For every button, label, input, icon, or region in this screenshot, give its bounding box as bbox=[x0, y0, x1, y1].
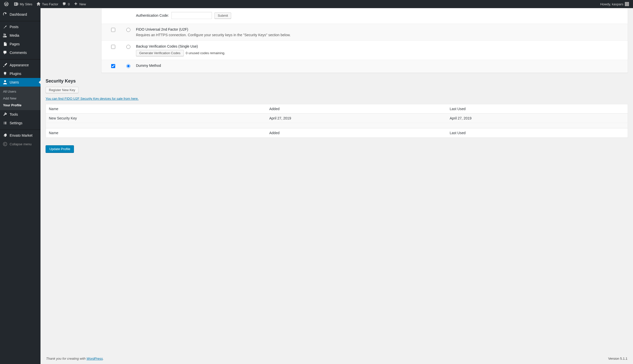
collapse-menu[interactable]: Collapse menu bbox=[0, 140, 41, 148]
admin-bar: My Sites Two Factor 0 New Howdy, kaspars bbox=[0, 0, 633, 8]
sidebar-label: Envato Market bbox=[10, 133, 32, 137]
backup-status: 0 unused codes remaining. bbox=[186, 51, 225, 55]
wp-logo[interactable] bbox=[2, 0, 12, 8]
submit-button[interactable]: Submit bbox=[214, 12, 231, 19]
howdy-text: Howdy, kaspars bbox=[600, 2, 623, 6]
sidebar-item-comments[interactable]: Comments bbox=[0, 48, 41, 57]
sidebar-item-settings[interactable]: Settings bbox=[0, 119, 41, 127]
auth-code-label: Authentication Code: bbox=[136, 13, 169, 17]
wordpress-icon bbox=[4, 2, 9, 6]
site-name-label: Two Factor bbox=[42, 2, 58, 6]
sidebar-item-posts[interactable]: Posts bbox=[0, 23, 41, 31]
admin-bar-left: My Sites Two Factor 0 New bbox=[2, 0, 88, 8]
wrench-icon bbox=[3, 112, 8, 117]
factor-row-dummy: Dummy Method bbox=[102, 60, 628, 73]
new-content[interactable]: New bbox=[72, 0, 88, 8]
sidebar-label: Appearance bbox=[10, 63, 29, 67]
sidebar-item-dashboard[interactable]: Dashboard bbox=[0, 10, 41, 19]
pin-icon bbox=[3, 25, 8, 29]
media-icon bbox=[3, 33, 8, 38]
avatar bbox=[625, 2, 629, 6]
sidebar-label: Settings bbox=[10, 121, 23, 125]
sites-icon bbox=[14, 2, 18, 6]
tf-lastused: Last Used bbox=[447, 128, 628, 138]
sidebar-item-media[interactable]: Media bbox=[0, 31, 41, 40]
cell-name: New Security Key bbox=[46, 114, 266, 123]
fido-enable-checkbox[interactable] bbox=[111, 28, 115, 32]
factor-row-backup: Backup Verification Codes (Single Use) G… bbox=[102, 41, 628, 60]
collapse-label: Collapse menu bbox=[10, 142, 32, 146]
menu-separator bbox=[0, 129, 41, 130]
leaf-icon bbox=[3, 133, 8, 138]
admin-bar-right: Howdy, kaspars bbox=[598, 0, 631, 8]
backup-title: Backup Verification Codes (Single Use) bbox=[136, 44, 624, 48]
submenu-your-profile[interactable]: Your Profile bbox=[0, 102, 41, 109]
comments-bubble[interactable]: 0 bbox=[60, 0, 72, 8]
find-devices-link[interactable]: You can find FIDO U2F Security Key devic… bbox=[46, 97, 139, 100]
table-row: New Security Key April 27, 2019 April 27… bbox=[46, 114, 628, 123]
sidebar-label: Users bbox=[10, 80, 19, 84]
plus-icon bbox=[74, 2, 78, 6]
fido-title: FIDO Universal 2nd Factor (U2F) bbox=[136, 27, 624, 31]
tf-added: Added bbox=[266, 128, 446, 138]
my-account[interactable]: Howdy, kaspars bbox=[598, 0, 631, 8]
wordpress-link[interactable]: WordPress bbox=[87, 357, 103, 360]
th-lastused[interactable]: Last Used bbox=[447, 104, 628, 114]
comment-icon bbox=[62, 2, 66, 6]
tf-name: Name bbox=[46, 128, 266, 138]
fido-description: Requires an HTTPS connection. Configure … bbox=[136, 33, 624, 37]
page-icon bbox=[3, 42, 8, 46]
comment-count: 0 bbox=[68, 2, 70, 6]
sidebar-label: Posts bbox=[10, 25, 18, 29]
my-sites-label: My Sites bbox=[20, 2, 32, 6]
factor-row-authcode: Authentication Code: Submit bbox=[102, 8, 628, 24]
dummy-enable-checkbox[interactable] bbox=[111, 64, 115, 68]
sidebar-item-tools[interactable]: Tools bbox=[0, 110, 41, 119]
collapse-icon bbox=[3, 142, 8, 146]
auth-code-input[interactable] bbox=[171, 12, 212, 19]
security-keys-heading: Security Keys bbox=[46, 78, 628, 84]
th-name[interactable]: Name bbox=[46, 104, 266, 114]
home-icon bbox=[36, 2, 41, 6]
update-profile-button[interactable]: Update Profile bbox=[46, 145, 74, 153]
sidebar-item-users[interactable]: Users bbox=[0, 78, 41, 87]
dummy-title: Dummy Method bbox=[136, 64, 624, 68]
site-name[interactable]: Two Factor bbox=[34, 0, 60, 8]
table-row-spacer bbox=[46, 123, 628, 128]
submenu-all-users[interactable]: All Users bbox=[0, 88, 41, 95]
menu-separator bbox=[0, 58, 41, 59]
user-icon bbox=[3, 80, 8, 85]
new-label: New bbox=[79, 2, 86, 6]
my-sites[interactable]: My Sites bbox=[12, 0, 34, 8]
sidebar-item-pages[interactable]: Pages bbox=[0, 40, 41, 48]
sidebar-item-envato[interactable]: Envato Market bbox=[0, 131, 41, 140]
comments-icon bbox=[3, 50, 8, 55]
sidebar-item-appearance[interactable]: Appearance bbox=[0, 61, 41, 69]
sidebar-item-plugins[interactable]: Plugins bbox=[0, 69, 41, 78]
menu-separator bbox=[0, 20, 41, 21]
main-content: Authentication Code: Submit FIDO Univers… bbox=[41, 8, 633, 364]
plugin-icon bbox=[3, 71, 8, 76]
submenu-add-new[interactable]: Add New bbox=[0, 95, 41, 102]
svg-point-0 bbox=[3, 142, 7, 146]
footer-thank: Thank you for creating with WordPress. bbox=[46, 357, 104, 360]
fido-primary-radio[interactable] bbox=[126, 28, 130, 32]
sidebar-label: Tools bbox=[10, 112, 18, 116]
sidebar-label: Media bbox=[10, 33, 19, 37]
dashboard-icon bbox=[3, 12, 8, 17]
th-added[interactable]: Added bbox=[266, 104, 446, 114]
dummy-primary-radio[interactable] bbox=[126, 64, 130, 68]
settings-icon bbox=[3, 121, 8, 125]
security-keys-table: Name Added Last Used New Security Key Ap… bbox=[46, 104, 628, 138]
backup-enable-checkbox[interactable] bbox=[111, 45, 115, 49]
sidebar-label: Comments bbox=[10, 51, 27, 55]
admin-sidebar: Dashboard Posts Media Pages Comments bbox=[0, 8, 41, 364]
sidebar-label: Plugins bbox=[10, 72, 21, 76]
register-key-button[interactable]: Register New Key bbox=[46, 87, 78, 93]
two-factor-table: Authentication Code: Submit FIDO Univers… bbox=[101, 8, 628, 73]
backup-primary-radio[interactable] bbox=[126, 45, 130, 49]
admin-footer: Thank you for creating with WordPress. V… bbox=[46, 352, 628, 364]
cell-lastused: April 27, 2019 bbox=[447, 114, 628, 123]
generate-codes-button[interactable]: Generate Verification Codes bbox=[136, 50, 184, 56]
sidebar-label: Pages bbox=[10, 42, 20, 46]
